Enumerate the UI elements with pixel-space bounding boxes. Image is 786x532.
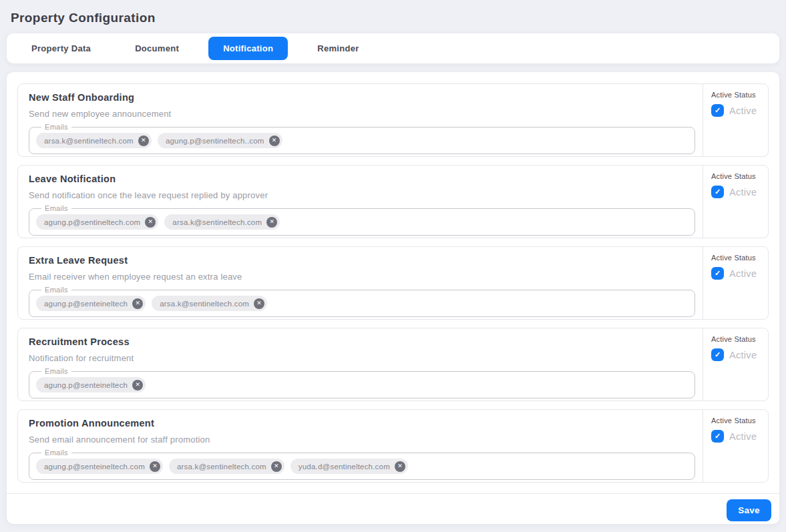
active-status-label: Active Status <box>711 417 764 425</box>
tab-notification[interactable]: Notification <box>208 37 288 60</box>
remove-email-icon[interactable]: ✕ <box>395 461 405 472</box>
section-content: Recruitment Process Notification for rec… <box>18 328 703 401</box>
status-row: ✓ Active <box>711 186 764 198</box>
check-icon: ✓ <box>715 106 721 115</box>
section-content: Extra Leave Request Email receiver when … <box>18 247 703 319</box>
email-chips: agung.p@sentineltech.com ✕ arsa.k@sentin… <box>36 214 688 230</box>
status-row: ✓ Active <box>711 430 764 443</box>
email-chip: arsa.k@sentineltech.com ✕ <box>152 296 267 311</box>
email-chip: yuda.d@sentineltech.com ✕ <box>290 459 408 474</box>
tab-property-data[interactable]: Property Data <box>17 37 106 60</box>
section-description: Send notification once the leave request… <box>29 190 695 200</box>
section-title: Recruitment Process <box>29 336 695 347</box>
remove-email-icon[interactable]: ✕ <box>271 461 282 472</box>
section-content: Promotion Announcement Send email announ… <box>18 410 703 482</box>
active-status-column: Active Status ✓ Active <box>703 410 768 482</box>
emails-input[interactable]: Emails agung.p@senteineltech.com ✕ arsa.… <box>29 449 695 480</box>
section-content: Leave Notification Send notification onc… <box>18 166 703 238</box>
email-chips: agung.p@senteineltech.com ✕ arsa.k@senti… <box>36 459 688 474</box>
active-checkbox[interactable]: ✓ <box>711 104 724 117</box>
emails-legend: Emails <box>41 204 71 212</box>
active-label: Active <box>729 105 757 116</box>
active-checkbox[interactable]: ✓ <box>711 348 724 361</box>
section-content: New Staff Onboarding Send new employee a… <box>18 84 703 156</box>
active-status-column: Active Status ✓ Active <box>703 166 768 238</box>
email-chip: arsa.k@sentineltech.com ✕ <box>164 214 280 230</box>
status-row: ✓ Active <box>711 348 764 361</box>
remove-email-icon[interactable]: ✕ <box>145 217 156 228</box>
email-chip-label: arsa.k@sentineltech.com <box>44 137 134 145</box>
remove-email-icon[interactable]: ✕ <box>138 136 149 146</box>
emails-legend: Emails <box>41 123 71 131</box>
remove-email-icon[interactable]: ✕ <box>150 461 160 472</box>
email-chip-label: agung.p@sentineltech.com <box>44 218 140 226</box>
section-description: Email receiver when employee request an … <box>29 272 695 282</box>
notification-settings-panel: New Staff Onboarding Send new employee a… <box>7 72 779 524</box>
active-status-label: Active Status <box>711 254 764 262</box>
email-chip: arsa.k@sentineltech.com ✕ <box>36 133 152 148</box>
sections-list: New Staff Onboarding Send new employee a… <box>17 83 769 483</box>
emails-input[interactable]: Emails agung.p@senteineltech ✕ <box>29 367 695 398</box>
active-label: Active <box>729 350 757 360</box>
panel-footer: Save <box>7 493 779 521</box>
emails-input[interactable]: Emails agung.p@senteineltech ✕ arsa.k@se… <box>29 286 695 317</box>
active-status-column: Active Status ✓ Active <box>703 328 768 401</box>
remove-email-icon[interactable]: ✕ <box>132 298 143 309</box>
notification-section-card: Extra Leave Request Email receiver when … <box>17 246 769 320</box>
section-title: Promotion Announcement <box>29 418 695 429</box>
email-chip-label: agung.p@senteineltech <box>44 300 128 308</box>
email-chip-label: arsa.k@sentineltech.com <box>177 463 266 471</box>
emails-legend: Emails <box>41 286 71 294</box>
section-description: Send email announcement for staff promot… <box>29 435 695 445</box>
tab-bar: Property Data Document Notification Remi… <box>7 33 779 63</box>
notification-section-card: Recruitment Process Notification for rec… <box>17 328 769 401</box>
remove-email-icon[interactable]: ✕ <box>269 136 280 146</box>
email-chip: agung.p@sentineltech..com ✕ <box>158 133 282 148</box>
tab-reminder[interactable]: Reminder <box>303 37 373 60</box>
email-chip: agung.p@senteineltech.com ✕ <box>36 459 163 474</box>
active-checkbox[interactable]: ✓ <box>711 267 724 280</box>
emails-input[interactable]: Emails arsa.k@sentineltech.com ✕ agung.p… <box>29 123 695 154</box>
emails-input[interactable]: Emails agung.p@sentineltech.com ✕ arsa.k… <box>29 204 695 236</box>
active-checkbox[interactable]: ✓ <box>711 430 724 443</box>
email-chip-label: agung.p@senteineltech.com <box>44 463 145 471</box>
email-chip-label: arsa.k@sentineltech.com <box>160 300 249 308</box>
section-description: Notification for recruitment <box>29 353 695 363</box>
email-chip-label: agung.p@senteineltech <box>44 381 128 389</box>
active-label: Active <box>729 187 757 198</box>
section-description: Send new employee announcement <box>29 109 695 119</box>
email-chip-label: yuda.d@sentineltech.com <box>299 463 390 471</box>
email-chip: agung.p@senteineltech ✕ <box>36 377 146 392</box>
active-status-column: Active Status ✓ Active <box>703 247 768 319</box>
emails-legend: Emails <box>41 449 71 457</box>
status-row: ✓ Active <box>711 104 764 117</box>
remove-email-icon[interactable]: ✕ <box>254 298 264 309</box>
emails-legend: Emails <box>41 367 71 375</box>
notification-section-card: New Staff Onboarding Send new employee a… <box>17 83 769 157</box>
active-checkbox[interactable]: ✓ <box>711 186 724 198</box>
email-chip: arsa.k@sentineltech.com ✕ <box>169 459 284 474</box>
email-chip: agung.p@sentineltech.com ✕ <box>36 214 158 230</box>
section-title: New Staff Onboarding <box>29 92 695 103</box>
section-title: Extra Leave Request <box>29 255 695 266</box>
check-icon: ✓ <box>715 188 721 196</box>
email-chips: agung.p@senteineltech ✕ <box>36 377 688 392</box>
save-button[interactable]: Save <box>727 499 771 521</box>
email-chips: arsa.k@sentineltech.com ✕ agung.p@sentin… <box>36 133 688 148</box>
check-icon: ✓ <box>715 269 721 278</box>
remove-email-icon[interactable]: ✕ <box>266 217 277 228</box>
active-label: Active <box>729 268 757 279</box>
tab-document[interactable]: Document <box>120 37 194 60</box>
page-title: Property Configuration <box>0 0 786 33</box>
check-icon: ✓ <box>715 432 721 441</box>
email-chip-label: arsa.k@sentineltech.com <box>172 218 262 226</box>
active-status-label: Active Status <box>711 91 764 99</box>
email-chip-label: agung.p@sentineltech..com <box>166 137 264 145</box>
remove-email-icon[interactable]: ✕ <box>132 380 143 390</box>
email-chips: agung.p@senteineltech ✕ arsa.k@sentinelt… <box>36 296 688 311</box>
notification-section-card: Leave Notification Send notification onc… <box>17 165 769 238</box>
email-chip: agung.p@senteineltech ✕ <box>36 296 146 311</box>
active-status-column: Active Status ✓ Active <box>703 84 768 156</box>
active-status-label: Active Status <box>711 172 764 180</box>
check-icon: ✓ <box>715 350 721 359</box>
